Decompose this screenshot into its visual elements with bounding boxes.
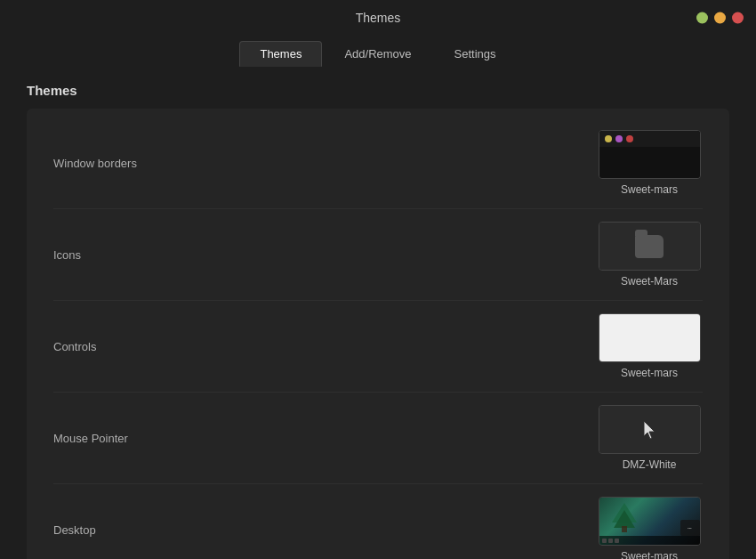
tabbar: Themes Add/Remove Settings — [0, 36, 756, 67]
tab-settings[interactable]: Settings — [434, 41, 517, 67]
preview-img-window-borders — [599, 130, 701, 179]
tab-themes[interactable]: Themes — [239, 41, 322, 67]
row-mouse-pointer: Mouse Pointer DMZ-White — [53, 393, 703, 484]
preview-controls[interactable]: Sweet-mars — [596, 313, 703, 379]
label-controls: Controls — [53, 340, 596, 353]
svg-marker-0 — [644, 421, 655, 439]
wb-titlebar-strip — [599, 131, 700, 147]
preview-img-icons — [599, 222, 701, 271]
svg-rect-3 — [622, 526, 627, 532]
window-title: Themes — [356, 11, 401, 25]
desktop-overlay: ▪▪▪ — [680, 520, 700, 536]
desktop-tree-icon — [607, 501, 642, 533]
wb-dot-purple — [615, 135, 623, 142]
folder-icon-preview — [635, 235, 664, 258]
desktop-preview-bg: ▪▪▪ — [599, 498, 700, 545]
controls-preview-bg — [599, 314, 700, 361]
titlebar: Themes — [0, 0, 756, 36]
wb-preview — [599, 131, 700, 178]
label-desktop-theme: Sweet-mars — [621, 550, 678, 559]
tab-addremove[interactable]: Add/Remove — [324, 41, 431, 67]
preview-window-borders[interactable]: Sweet-mars — [596, 130, 703, 196]
themes-card: Window borders Sweet-mars Icons — [27, 109, 729, 559]
minimize-button[interactable] — [696, 12, 708, 24]
icons-preview-bg — [599, 223, 700, 270]
preview-img-controls — [599, 313, 701, 362]
wb-dot-yellow — [605, 135, 612, 142]
label-mouse-theme: DMZ-White — [623, 458, 677, 471]
label-controls-theme: Sweet-mars — [621, 367, 678, 379]
mouse-preview-bg — [599, 406, 700, 453]
preview-icons[interactable]: Sweet-Mars — [596, 222, 703, 288]
page-content: Themes Window borders Sweet-mars — [0, 67, 756, 559]
label-icons-theme: Sweet-Mars — [621, 275, 678, 288]
desktop-taskbar — [599, 536, 700, 545]
preview-img-desktop: ▪▪▪ — [599, 497, 701, 546]
wb-dot-red — [626, 135, 633, 142]
window-controls — [696, 12, 744, 24]
preview-img-mouse-pointer — [599, 405, 701, 454]
preview-desktop[interactable]: ▪▪▪ Sweet-mars — [596, 497, 703, 559]
label-mouse-pointer: Mouse Pointer — [53, 432, 596, 445]
preview-mouse-pointer[interactable]: DMZ-White — [596, 405, 703, 471]
maximize-button[interactable] — [714, 12, 726, 24]
label-wb-theme: Sweet-mars — [621, 183, 678, 196]
row-window-borders: Window borders Sweet-mars — [53, 117, 703, 209]
label-desktop: Desktop — [53, 523, 596, 537]
cursor-icon — [639, 420, 659, 440]
close-button[interactable] — [732, 12, 744, 24]
section-title: Themes — [27, 83, 729, 98]
row-desktop: Desktop ▪▪▪ — [53, 484, 703, 559]
label-window-borders: Window borders — [53, 157, 596, 170]
label-icons: Icons — [53, 248, 596, 262]
row-controls: Controls Sweet-mars — [53, 301, 703, 393]
row-icons: Icons Sweet-Mars — [53, 209, 703, 301]
